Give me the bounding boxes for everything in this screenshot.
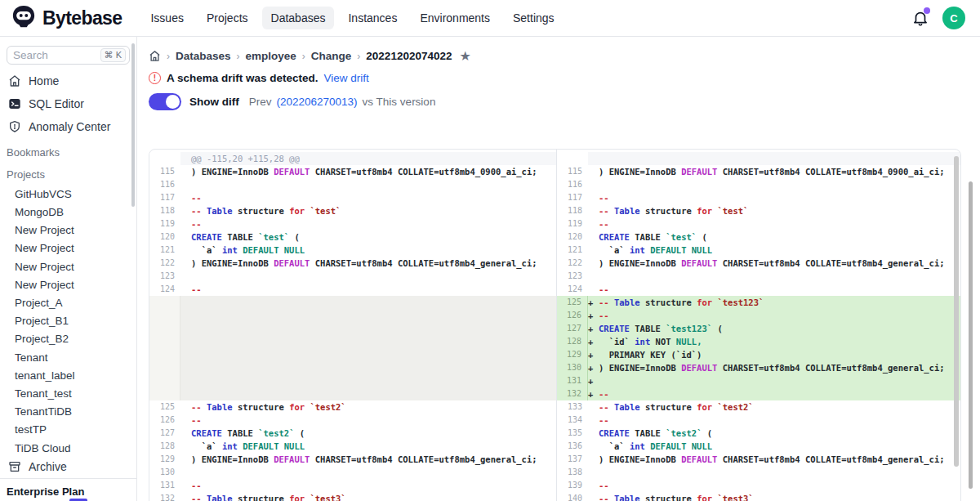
breadcrumb-separator: › bbox=[167, 51, 170, 62]
diff-sign bbox=[180, 492, 191, 501]
home-icon bbox=[8, 74, 21, 87]
sidebar-project-item[interactable]: GitHubVCS bbox=[0, 186, 136, 204]
sidebar-item-label: SQL Editor bbox=[29, 97, 84, 110]
nav-item-projects[interactable]: Projects bbox=[198, 7, 257, 29]
line-number: 134 bbox=[557, 414, 588, 427]
diff-line: 126-- bbox=[149, 414, 556, 427]
line-number: 118 bbox=[557, 204, 588, 217]
diff-sign bbox=[180, 296, 191, 309]
vs-this-version-label: vs This version bbox=[363, 96, 436, 108]
diff-line: 124-- bbox=[149, 283, 556, 296]
drift-message: A schema drift was detected. bbox=[167, 72, 318, 84]
line-number: 137 bbox=[557, 453, 588, 466]
diff-line: 122) ENGINE=InnoDB DEFAULT CHARSET=utf8m… bbox=[149, 257, 556, 270]
sidebar-section-projects[interactable]: Projects bbox=[0, 160, 136, 182]
sidebar-project-item[interactable]: Tenant_test bbox=[0, 385, 136, 403]
bookmark-star-icon[interactable]: ★ bbox=[459, 48, 470, 64]
sidebar-project-item[interactable]: New Project bbox=[0, 221, 136, 239]
diff-sign bbox=[180, 400, 191, 414]
schema-diff-viewer: @@ -115,20 +115,28 @@115) ENGINE=InnoDB … bbox=[149, 149, 961, 501]
line-number: 125 bbox=[557, 296, 588, 309]
diff-line: 118-- Table structure for `test` bbox=[557, 204, 960, 217]
diff-sign bbox=[180, 178, 191, 191]
diff-line: 127CREATE TABLE `test2` ( bbox=[149, 427, 556, 440]
right-vertical-scrollbar[interactable] bbox=[954, 156, 959, 467]
breadcrumb-item-employee[interactable]: employee bbox=[246, 50, 296, 62]
view-drift-link[interactable]: View drift bbox=[324, 72, 369, 84]
sidebar-project-item[interactable]: Project_A bbox=[0, 294, 136, 312]
notification-bell-button[interactable] bbox=[911, 9, 929, 27]
sidebar-project-item[interactable]: tenant_label bbox=[0, 367, 136, 385]
nav-item-instances[interactable]: Instances bbox=[339, 7, 406, 29]
sidebar-item-label: Archive bbox=[29, 460, 67, 473]
sidebar-project-item[interactable]: Project_B1 bbox=[0, 312, 136, 330]
line-number: 120 bbox=[149, 230, 180, 244]
sidebar-item-anomaly-center[interactable]: Anomaly Center bbox=[0, 116, 136, 137]
nav-item-environments[interactable]: Environments bbox=[411, 7, 499, 29]
brand[interactable]: Bytebase bbox=[0, 4, 122, 32]
top-navigation-bar: Bytebase IssuesProjectsDatabasesInstance… bbox=[0, 0, 980, 37]
nav-item-issues[interactable]: Issues bbox=[141, 7, 192, 29]
search-input[interactable] bbox=[13, 49, 87, 61]
prev-version-link[interactable]: (202206270013) bbox=[277, 96, 358, 108]
line-number: 124 bbox=[557, 283, 588, 296]
sidebar-project-item[interactable]: TiDB Cloud bbox=[0, 440, 136, 456]
sidebar-item-home[interactable]: Home bbox=[0, 70, 136, 92]
line-number: 115 bbox=[149, 165, 180, 178]
search-box[interactable]: ⌘ K bbox=[7, 46, 130, 65]
diff-sign bbox=[588, 270, 599, 283]
sidebar-item-sql-editor[interactable]: SQL Editor bbox=[0, 93, 136, 114]
user-avatar[interactable]: C bbox=[942, 7, 965, 29]
page-vertical-scrollbar[interactable] bbox=[969, 181, 973, 489]
breadcrumb-home-icon[interactable] bbox=[149, 50, 161, 62]
diff-line: 118-- Table structure for `test` bbox=[149, 204, 556, 217]
sidebar-project-item[interactable]: Project_B2 bbox=[0, 330, 136, 348]
archive-icon bbox=[8, 460, 21, 473]
line-number: 116 bbox=[557, 178, 588, 191]
sidebar-project-item[interactable]: New Project bbox=[0, 276, 136, 294]
diff-sign bbox=[180, 387, 191, 400]
sidebar-scrollbar[interactable] bbox=[131, 43, 135, 207]
diff-sign bbox=[588, 414, 599, 427]
nav-item-settings[interactable]: Settings bbox=[504, 7, 564, 29]
diff-line: 131-- bbox=[149, 479, 556, 492]
line-number: 127 bbox=[557, 322, 588, 335]
sidebar-project-item[interactable]: New Project bbox=[0, 239, 136, 257]
diff-line: 139-- bbox=[557, 479, 960, 492]
sidebar-project-item[interactable]: Tenant bbox=[0, 349, 136, 367]
diff-sign bbox=[180, 374, 191, 387]
sidebar-section-bookmarks[interactable]: Bookmarks bbox=[0, 138, 136, 160]
code-text: -- bbox=[191, 191, 202, 204]
sidebar-item-archive[interactable]: Archive bbox=[0, 456, 136, 477]
diff-sign bbox=[180, 322, 191, 335]
code-text: -- bbox=[599, 283, 609, 296]
line-number: 131 bbox=[149, 479, 180, 492]
diff-sign bbox=[588, 492, 599, 501]
diff-sign bbox=[180, 335, 191, 348]
breadcrumb-item-databases[interactable]: Databases bbox=[176, 50, 231, 62]
line-number bbox=[557, 152, 588, 165]
sidebar-project-item[interactable]: TenantTiDB bbox=[0, 403, 136, 421]
diff-sign bbox=[180, 309, 191, 322]
diff-sign bbox=[180, 427, 191, 440]
diff-sign bbox=[588, 204, 599, 217]
diff-sign bbox=[180, 361, 191, 374]
sidebar-project-item[interactable]: New Project bbox=[0, 258, 136, 276]
sidebar-project-item[interactable]: MongoDB bbox=[0, 204, 136, 221]
code-text: ) ENGINE=InnoDB DEFAULT CHARSET=utf8mb4 … bbox=[191, 257, 537, 270]
diff-sign bbox=[588, 230, 599, 244]
diff-line bbox=[149, 322, 556, 335]
sidebar-project-item[interactable]: testTP bbox=[0, 421, 136, 439]
line-number: 130 bbox=[557, 361, 588, 374]
nav-item-databases[interactable]: Databases bbox=[262, 7, 335, 29]
code-text: -- bbox=[599, 479, 609, 492]
show-diff-toggle[interactable] bbox=[149, 93, 181, 110]
diff-line bbox=[149, 296, 556, 309]
line-number: 128 bbox=[149, 440, 180, 453]
line-number: 121 bbox=[557, 244, 588, 257]
code-text: PRIMARY KEY (`id`) bbox=[599, 348, 702, 361]
breadcrumb-item-change[interactable]: Change bbox=[311, 50, 352, 62]
diff-line: 135CREATE TABLE `test2` ( bbox=[557, 427, 960, 440]
diff-line: 130+) ENGINE=InnoDB DEFAULT CHARSET=utf8… bbox=[557, 361, 960, 374]
sidebar-item-label: Anomaly Center bbox=[29, 120, 110, 133]
